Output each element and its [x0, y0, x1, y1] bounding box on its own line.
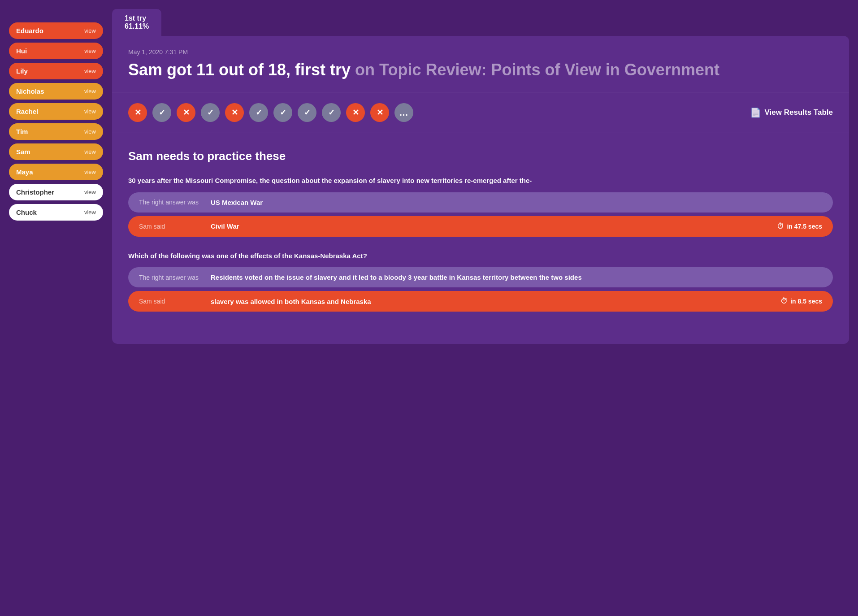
time-value: in 47.5 secs — [787, 223, 822, 230]
wrong-answer-text: Civil War — [211, 222, 777, 230]
view-link[interactable]: view — [84, 209, 96, 216]
student-name: Tim — [16, 128, 28, 135]
student-name: Nicholas — [16, 87, 44, 95]
title-white: Sam got 11 out of 18, first try — [128, 61, 351, 79]
tab-percent: 61.11% — [125, 22, 149, 30]
sidebar-item-eduardo[interactable]: Eduardoview — [9, 22, 103, 39]
view-results-button[interactable]: 📄 View Results Table — [750, 107, 833, 118]
correct-answer-row: The right answer wasResidents voted on t… — [128, 267, 833, 287]
time-value: in 8.5 secs — [790, 298, 822, 305]
clock-icon: ⏱ — [777, 222, 784, 230]
view-link[interactable]: view — [84, 128, 96, 135]
practice-title: Sam needs to practice these — [128, 149, 833, 163]
result-icon-4[interactable]: ✓ — [201, 103, 220, 122]
view-link[interactable]: view — [84, 68, 96, 74]
result-icon-9[interactable]: ✓ — [322, 103, 341, 122]
student-name: Eduardo — [16, 27, 43, 35]
result-icon-11[interactable]: ✕ — [370, 103, 389, 122]
correct-answer-label: The right answer was — [139, 274, 211, 281]
view-results-label: View Results Table — [765, 108, 833, 117]
sidebar-item-rachel[interactable]: Rachelview — [9, 103, 103, 120]
result-icon-3[interactable]: ✕ — [177, 103, 195, 122]
result-icon-2[interactable]: ✓ — [152, 103, 171, 122]
results-row: ✕✓✕✓✕✓✓✓✓✕✕... 📄 View Results Table — [112, 92, 849, 133]
sidebar-item-tim[interactable]: Timview — [9, 123, 103, 140]
result-icon-7[interactable]: ✓ — [273, 103, 292, 122]
view-link[interactable]: view — [84, 88, 96, 95]
student-name: Lily — [16, 67, 28, 75]
view-link[interactable]: view — [84, 189, 96, 195]
sidebar-item-chuck[interactable]: Chuckview — [9, 204, 103, 221]
view-link[interactable]: view — [84, 169, 96, 175]
student-name: Chuck — [16, 208, 37, 216]
wrong-answer-row: Sam saidslavery was allowed in both Kans… — [128, 291, 833, 312]
student-name: Sam — [16, 148, 30, 156]
correct-answer-row: The right answer wasUS Mexican War — [128, 192, 833, 213]
question-text: Which of the following was one of the ef… — [128, 251, 833, 261]
student-name: Rachel — [16, 108, 38, 115]
result-icon-10[interactable]: ✕ — [346, 103, 365, 122]
wrong-answer-text: slavery was allowed in both Kansas and N… — [211, 298, 780, 305]
result-date: May 1, 2020 7:31 PM — [128, 48, 833, 56]
sidebar-item-christopher[interactable]: Christopherview — [9, 184, 103, 200]
wrong-answer-label: Sam said — [139, 223, 211, 230]
tab-bar: 1st try 61.11% — [112, 9, 849, 36]
answer-time: ⏱in 47.5 secs — [777, 222, 822, 230]
wrong-answer-label: Sam said — [139, 298, 211, 305]
sidebar-item-hui[interactable]: Huiview — [9, 43, 103, 59]
question-text: 30 years after the Missouri Compromise, … — [128, 176, 833, 186]
sidebar-item-nicholas[interactable]: Nicholasview — [9, 83, 103, 100]
student-name: Christopher — [16, 188, 54, 196]
sidebar: EduardoviewHuiviewLilyviewNicholasviewRa… — [9, 9, 103, 607]
clock-icon: ⏱ — [780, 297, 788, 305]
sidebar-item-sam[interactable]: Samview — [9, 143, 103, 160]
view-link[interactable]: view — [84, 108, 96, 115]
result-icon-1[interactable]: ✕ — [128, 103, 147, 122]
correct-answer-text: US Mexican War — [211, 199, 822, 206]
tab-label: 1st try — [125, 14, 146, 22]
correct-answer-label: The right answer was — [139, 199, 211, 206]
student-name: Maya — [16, 168, 33, 176]
document-icon: 📄 — [750, 107, 761, 118]
result-icon-5[interactable]: ✕ — [225, 103, 244, 122]
sidebar-item-maya[interactable]: Mayaview — [9, 164, 103, 180]
student-name: Hui — [16, 47, 27, 55]
result-icon-6[interactable]: ✓ — [249, 103, 268, 122]
title-gray: on Topic Review: Points of View in Gover… — [355, 61, 719, 79]
answer-time: ⏱in 8.5 secs — [780, 297, 822, 305]
question-block-q1: 30 years after the Missouri Compromise, … — [128, 176, 833, 237]
practice-section: Sam needs to practice these 30 years aft… — [112, 133, 849, 344]
result-icon-8[interactable]: ✓ — [298, 103, 316, 122]
result-icon-12[interactable]: ... — [394, 103, 413, 122]
main-card: May 1, 2020 7:31 PM Sam got 11 out of 18… — [112, 36, 849, 344]
correct-answer-text: Residents voted on the issue of slavery … — [211, 273, 822, 281]
wrong-answer-row: Sam saidCivil War⏱in 47.5 secs — [128, 216, 833, 237]
card-header: May 1, 2020 7:31 PM Sam got 11 out of 18… — [112, 36, 849, 92]
question-block-q2: Which of the following was one of the ef… — [128, 251, 833, 312]
sidebar-item-lily[interactable]: Lilyview — [9, 63, 103, 79]
main-content: 1st try 61.11% May 1, 2020 7:31 PM Sam g… — [112, 9, 849, 607]
view-link[interactable]: view — [84, 48, 96, 54]
tab-first-try[interactable]: 1st try 61.11% — [112, 9, 161, 36]
view-link[interactable]: view — [84, 148, 96, 155]
view-link[interactable]: view — [84, 27, 96, 34]
result-title: Sam got 11 out of 18, first try on Topic… — [128, 60, 833, 79]
